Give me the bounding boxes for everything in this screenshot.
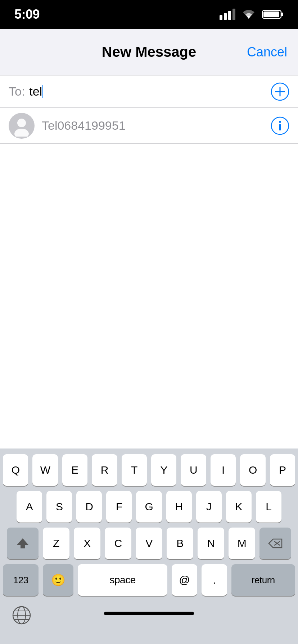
contact-name: Tel0684199951 <box>42 119 271 133</box>
header: New Message Cancel <box>0 29 298 75</box>
svg-rect-3 <box>232 9 235 20</box>
key-m[interactable]: M <box>229 528 255 559</box>
key-h[interactable]: H <box>166 491 192 523</box>
numbers-key[interactable]: 123 <box>3 564 39 596</box>
key-w[interactable]: W <box>32 454 58 486</box>
key-z[interactable]: Z <box>43 528 69 559</box>
status-time: 5:09 <box>14 7 40 22</box>
key-x[interactable]: X <box>74 528 100 559</box>
to-label: To: <box>9 84 25 98</box>
key-t[interactable]: T <box>122 454 147 486</box>
svg-rect-2 <box>228 11 231 20</box>
key-s[interactable]: S <box>46 491 72 523</box>
key-b[interactable]: B <box>167 528 193 559</box>
at-key[interactable]: @ <box>172 564 197 596</box>
key-k[interactable]: K <box>226 491 252 523</box>
key-p[interactable]: P <box>270 454 295 486</box>
key-g[interactable]: G <box>136 491 162 523</box>
status-icons <box>220 9 284 20</box>
svg-point-11 <box>14 129 29 137</box>
backspace-key[interactable] <box>259 528 291 559</box>
key-i[interactable]: I <box>211 454 236 486</box>
to-field-container: To: tel <box>0 75 298 108</box>
key-n[interactable]: N <box>198 528 224 559</box>
contact-info-button[interactable] <box>271 116 289 135</box>
keyboard-row-3: Z X C V B N M <box>3 528 295 559</box>
period-key[interactable]: . <box>202 564 227 596</box>
shift-key[interactable] <box>7 528 39 559</box>
key-u[interactable]: U <box>181 454 206 486</box>
keyboard-row-4: 123 🙂 space @ . return <box>3 564 295 596</box>
add-recipient-button[interactable] <box>271 82 289 101</box>
contact-suggestion[interactable]: Tel0684199951 <box>0 108 298 144</box>
keyboard: Q W E R T Y U I O P A S D F G H J K L <box>0 448 298 601</box>
key-f[interactable]: F <box>106 491 132 523</box>
key-j[interactable]: J <box>196 491 222 523</box>
key-r[interactable]: R <box>92 454 117 486</box>
text-cursor <box>42 85 43 98</box>
return-key[interactable]: return <box>231 564 295 596</box>
contact-avatar <box>9 113 35 139</box>
svg-rect-6 <box>263 12 279 17</box>
key-l[interactable]: L <box>256 491 281 523</box>
header-title: New Message <box>102 44 196 60</box>
key-v[interactable]: V <box>136 528 162 559</box>
wifi-icon <box>240 9 257 20</box>
battery-icon <box>262 9 284 19</box>
keyboard-row-1: Q W E R T Y U I O P <box>3 454 295 486</box>
svg-rect-14 <box>279 124 281 130</box>
svg-rect-5 <box>281 13 283 16</box>
emoji-key[interactable]: 🙂 <box>43 564 73 596</box>
to-input-value: tel <box>29 84 42 98</box>
key-y[interactable]: Y <box>151 454 176 486</box>
status-bar: 5:09 <box>0 0 298 29</box>
keyboard-row-2: A S D F G H J K L <box>3 491 295 523</box>
keyboard-bottom <box>0 601 298 644</box>
key-d[interactable]: D <box>76 491 102 523</box>
message-area[interactable] <box>0 144 298 448</box>
globe-icon[interactable] <box>11 604 32 626</box>
main-content: New Message Cancel To: tel Tel0684199951 <box>0 29 298 644</box>
svg-point-10 <box>17 119 26 127</box>
space-key[interactable]: space <box>78 564 167 596</box>
key-c[interactable]: C <box>105 528 131 559</box>
svg-rect-0 <box>220 15 222 20</box>
home-indicator <box>104 612 194 615</box>
cancel-button[interactable]: Cancel <box>247 45 287 60</box>
key-a[interactable]: A <box>17 491 42 523</box>
to-input-wrapper[interactable]: tel <box>29 84 271 98</box>
svg-point-13 <box>279 121 281 123</box>
signal-icon <box>220 9 235 20</box>
home-indicator-wrapper <box>32 604 266 615</box>
key-q[interactable]: Q <box>3 454 28 486</box>
svg-rect-1 <box>224 13 227 20</box>
key-e[interactable]: E <box>62 454 87 486</box>
key-o[interactable]: O <box>240 454 265 486</box>
